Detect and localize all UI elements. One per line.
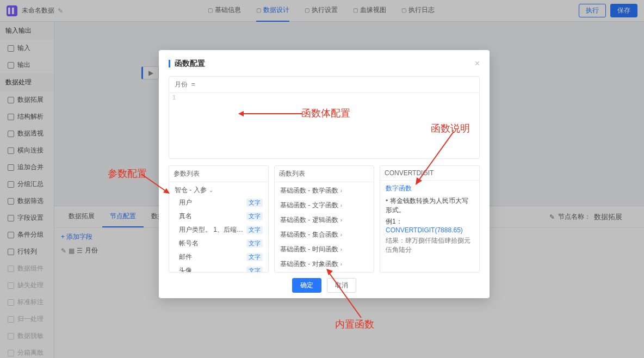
formula-field-label: 月份 <box>175 81 188 88</box>
desc-category: 数字函数 <box>380 182 479 195</box>
param-item[interactable]: 头像文字 <box>169 264 268 272</box>
chevron-right-icon: › <box>340 261 342 267</box>
chevron-right-icon: › <box>340 188 342 194</box>
params-header: 参数列表 <box>169 166 268 182</box>
line-number: 1 <box>172 94 176 101</box>
param-item[interactable]: 用户文字 <box>169 196 268 209</box>
chevron-down-icon: ⌄ <box>209 187 213 193</box>
param-item[interactable]: 真名文字 <box>169 209 268 223</box>
function-config-modal: 函数配置 × 月份 = 1 参数列表 智仓 - 入参 ⌄用户文字真名文字用户类型… <box>159 50 490 298</box>
title-accent <box>169 60 170 67</box>
functions-header: 函数列表 <box>275 166 374 182</box>
param-item[interactable]: 用户类型。 1、后端用户 2…文字 <box>169 223 268 237</box>
chevron-right-icon: › <box>340 246 342 252</box>
fn-category[interactable]: 基础函数 - 逻辑函数 › <box>275 213 374 227</box>
fn-category[interactable]: 基础函数 - 数学函数 › <box>275 183 374 198</box>
fn-category[interactable]: 基础函数 - 数字函数 ⌄ <box>275 271 374 272</box>
param-source[interactable]: 智仓 - 入参 ⌄ <box>169 183 268 196</box>
params-column: 参数列表 智仓 - 入参 ⌄用户文字真名文字用户类型。 1、后端用户 2…文字帐… <box>169 165 269 273</box>
desc-example: 例1：CONVERTDIGIT(7888.65) <box>380 216 479 235</box>
desc-result: 结果：肆万捌仟陆佰肆拾捌元伍角陆分 <box>380 235 479 256</box>
fn-category[interactable]: 基础函数 - 时间函数 › <box>275 242 374 257</box>
functions-column: 函数列表 基础函数 - 数学函数 ›基础函数 - 文字函数 ›基础函数 - 逻辑… <box>274 165 374 273</box>
param-item[interactable]: 帐号名文字 <box>169 237 268 250</box>
cancel-button[interactable]: 取消 <box>327 278 356 293</box>
fn-category[interactable]: 基础函数 - 集合函数 › <box>275 227 374 242</box>
close-icon[interactable]: × <box>475 59 480 69</box>
param-item[interactable]: 邮件文字 <box>169 250 268 264</box>
chevron-right-icon: › <box>340 232 342 238</box>
fn-category[interactable]: 基础函数 - 文字函数 › <box>275 198 374 213</box>
formula-editor[interactable]: 月份 = 1 <box>169 76 480 159</box>
chevron-right-icon: › <box>340 202 342 208</box>
description-column: CONVERTDIGIT 数字函数 将金钱数转换为人民币大写形式。 例1：CON… <box>380 165 480 273</box>
modal-title: 函数配置 <box>175 59 205 69</box>
confirm-button[interactable]: 确定 <box>292 278 321 293</box>
fn-category[interactable]: 基础函数 - 对象函数 › <box>275 257 374 271</box>
description-header: CONVERTDIGIT <box>380 166 479 181</box>
desc-summary: 将金钱数转换为人民币大写形式。 <box>380 195 479 216</box>
chevron-right-icon: › <box>340 217 342 223</box>
